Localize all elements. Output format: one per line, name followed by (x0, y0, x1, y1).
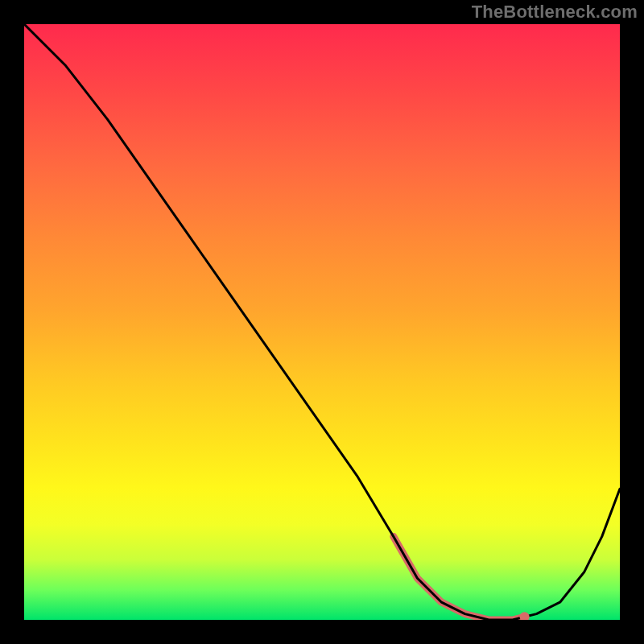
curve-svg (24, 24, 620, 620)
bottleneck-curve-path (24, 24, 620, 620)
optimal-range-band (394, 536, 525, 620)
plot-area (24, 24, 620, 620)
optimal-marker-dot (520, 612, 530, 620)
attribution-text: TheBottleneck.com (472, 2, 638, 23)
chart-frame: TheBottleneck.com (0, 0, 644, 644)
